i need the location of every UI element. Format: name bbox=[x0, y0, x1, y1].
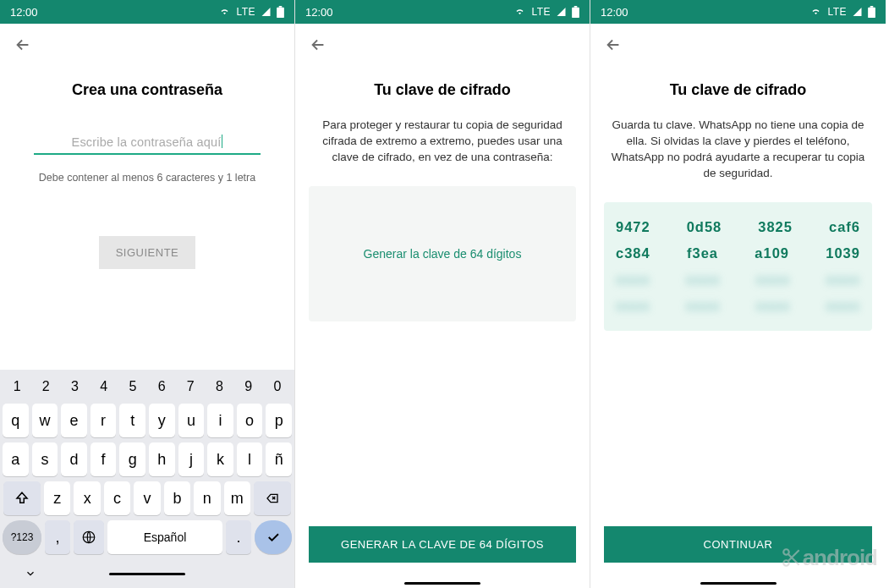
key-p[interactable]: p bbox=[266, 404, 292, 437]
key-n[interactable]: n bbox=[194, 481, 220, 515]
back-icon[interactable] bbox=[604, 36, 623, 54]
key-6[interactable]: 6 bbox=[147, 375, 176, 398]
enter-key[interactable] bbox=[255, 520, 292, 554]
key-line-3: xxxx xxxx xxxx xxxx bbox=[616, 272, 860, 288]
key-f[interactable]: f bbox=[91, 442, 117, 476]
wifi-icon bbox=[809, 7, 822, 17]
key-group-blurred: xxxx bbox=[756, 272, 791, 288]
nav-handle[interactable] bbox=[404, 582, 480, 585]
nav-handle[interactable] bbox=[700, 582, 777, 585]
key-m[interactable]: m bbox=[224, 481, 250, 515]
svg-rect-5 bbox=[868, 8, 875, 18]
key-3[interactable]: 3 bbox=[60, 375, 89, 398]
keyboard-number-row: 1 2 3 4 5 6 7 8 9 0 bbox=[3, 375, 292, 398]
signal-icon bbox=[852, 7, 863, 17]
password-input[interactable]: Escribe la contraseña aquí bbox=[34, 135, 261, 155]
keyboard-row-5: ?123 , Español . bbox=[3, 520, 292, 554]
status-icons: LTE bbox=[809, 6, 875, 18]
key-d[interactable]: d bbox=[61, 442, 87, 476]
key-e[interactable]: e bbox=[61, 404, 87, 437]
key-c[interactable]: c bbox=[104, 481, 130, 515]
nav-bar bbox=[3, 559, 292, 588]
key-r[interactable]: r bbox=[91, 404, 117, 437]
globe-key[interactable] bbox=[74, 520, 104, 554]
generate-key-box[interactable]: Generar la clave de 64 dígitos bbox=[309, 186, 576, 321]
comma-key[interactable]: , bbox=[45, 520, 70, 554]
status-time: 12:00 bbox=[10, 6, 38, 19]
symbols-key[interactable]: ?123 bbox=[3, 520, 41, 554]
key-group: f3ea bbox=[687, 245, 718, 261]
key-group-blurred: xxxx bbox=[826, 298, 860, 314]
key-t[interactable]: t bbox=[119, 404, 145, 437]
dot-key[interactable]: . bbox=[226, 520, 251, 554]
key-z[interactable]: z bbox=[44, 481, 70, 515]
key-a[interactable]: a bbox=[3, 442, 29, 476]
shift-icon bbox=[14, 491, 30, 506]
key-w[interactable]: w bbox=[32, 404, 58, 437]
key-line-2: c384 f3ea a109 1039 bbox=[616, 245, 860, 261]
back-icon[interactable] bbox=[309, 36, 327, 54]
key-o[interactable]: o bbox=[237, 404, 263, 437]
shift-key[interactable] bbox=[3, 481, 41, 515]
page-description: Guarda tu clave. WhatsApp no tiene una c… bbox=[590, 118, 886, 182]
key-group-blurred: xxxx bbox=[686, 272, 721, 288]
key-y[interactable]: y bbox=[149, 404, 175, 437]
key-b[interactable]: b bbox=[164, 481, 190, 515]
next-button[interactable]: SIGUIENTE bbox=[99, 236, 196, 269]
backspace-key[interactable] bbox=[254, 481, 291, 515]
key-u[interactable]: u bbox=[178, 404, 205, 437]
key-group-blurred: xxxx bbox=[616, 298, 650, 314]
key-group: 1039 bbox=[826, 245, 860, 261]
key-h[interactable]: h bbox=[149, 442, 175, 476]
keyboard: 1 2 3 4 5 6 7 8 9 0 q w e r t y u i o bbox=[0, 370, 294, 588]
key-k[interactable]: k bbox=[207, 442, 233, 476]
key-group: 9472 bbox=[616, 219, 650, 235]
screen-generate-key: 12:00 LTE Tu clave de cifrado Para prote… bbox=[295, 0, 590, 588]
key-group-blurred: xxxx bbox=[756, 298, 791, 314]
chevron-down-icon[interactable] bbox=[25, 568, 36, 580]
key-x[interactable]: x bbox=[74, 481, 100, 515]
key-line-4: xxxx xxxx xxxx xxxx bbox=[616, 298, 860, 314]
svg-rect-0 bbox=[277, 8, 284, 18]
key-1[interactable]: 1 bbox=[3, 375, 31, 398]
nav-handle[interactable] bbox=[109, 573, 185, 575]
key-q[interactable]: q bbox=[3, 404, 29, 437]
status-icons: LTE bbox=[513, 6, 579, 18]
globe-icon bbox=[81, 530, 96, 545]
back-icon[interactable] bbox=[14, 36, 32, 54]
svg-rect-3 bbox=[572, 8, 579, 18]
key-l[interactable]: l bbox=[237, 442, 263, 476]
key-group-blurred: xxxx bbox=[616, 272, 650, 288]
key-g[interactable]: g bbox=[119, 442, 145, 476]
key-v[interactable]: v bbox=[134, 481, 160, 515]
wifi-icon bbox=[513, 7, 526, 17]
backspace-icon bbox=[264, 492, 281, 505]
key-group: a109 bbox=[755, 245, 789, 261]
screen-show-key: 12:00 LTE Tu clave de cifrado Guarda tu … bbox=[590, 0, 886, 588]
keyboard-row-4: z x c v b n m bbox=[3, 481, 292, 515]
spacebar-key[interactable]: Español bbox=[107, 520, 222, 554]
password-hint: Debe contener al menos 6 caracteres y 1 … bbox=[0, 172, 294, 184]
key-enye[interactable]: ñ bbox=[266, 442, 292, 476]
signal-icon bbox=[556, 7, 567, 17]
key-s[interactable]: s bbox=[32, 442, 58, 476]
status-bar: 12:00 LTE bbox=[295, 0, 590, 24]
key-7[interactable]: 7 bbox=[176, 375, 205, 398]
generate-button[interactable]: GENERAR LA CLAVE DE 64 DÍGITOS bbox=[309, 526, 576, 563]
key-group-blurred: xxxx bbox=[686, 298, 721, 314]
key-4[interactable]: 4 bbox=[90, 375, 118, 398]
key-5[interactable]: 5 bbox=[118, 375, 147, 398]
key-9[interactable]: 9 bbox=[234, 375, 263, 398]
key-0[interactable]: 0 bbox=[263, 375, 292, 398]
svg-rect-6 bbox=[870, 6, 874, 8]
key-8[interactable]: 8 bbox=[205, 375, 233, 398]
battery-icon bbox=[868, 6, 875, 18]
key-group: caf6 bbox=[829, 219, 860, 235]
status-net: LTE bbox=[531, 6, 551, 18]
status-bar: 12:00 LTE bbox=[590, 0, 886, 24]
key-group: 0d58 bbox=[687, 219, 722, 235]
key-2[interactable]: 2 bbox=[31, 375, 60, 398]
key-i[interactable]: i bbox=[207, 404, 233, 437]
key-j[interactable]: j bbox=[178, 442, 205, 476]
continue-button[interactable]: CONTINUAR bbox=[604, 526, 872, 563]
